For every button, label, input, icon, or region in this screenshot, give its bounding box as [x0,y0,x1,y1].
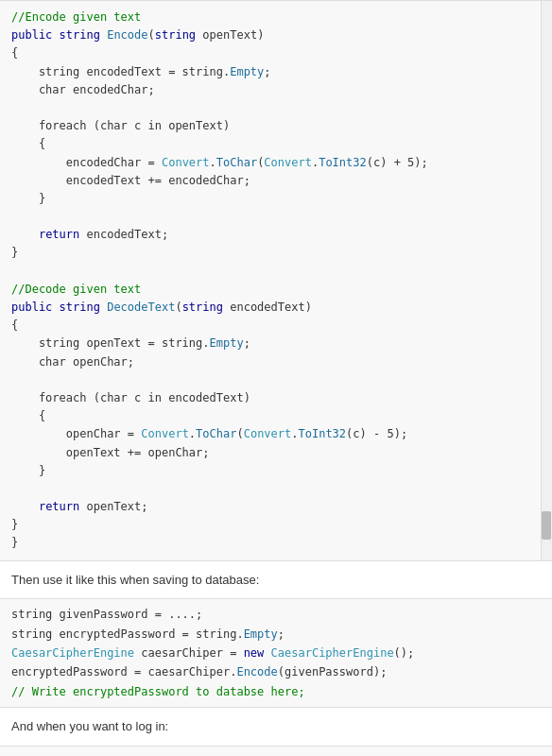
prose-text-1: Then use it like this when saving to dat… [0,561,552,599]
code-block-top: //Encode given text public string Encode… [0,0,552,561]
code-block-middle: string givenPassword = ....; string encr… [0,598,552,708]
prose-label-1: Then use it like this when saving to dat… [11,573,259,587]
answer-block: //Encode given text public string Encode… [0,0,552,756]
prose-text-2: And when you want to log in: [0,708,552,746]
scrollbar-thumb[interactable] [542,511,551,540]
code-block-bottom: string passwordFromDatabae = .....; //Re… [0,746,552,756]
scrollbar[interactable] [541,1,552,560]
prose-label-2: And when you want to log in: [11,719,168,733]
